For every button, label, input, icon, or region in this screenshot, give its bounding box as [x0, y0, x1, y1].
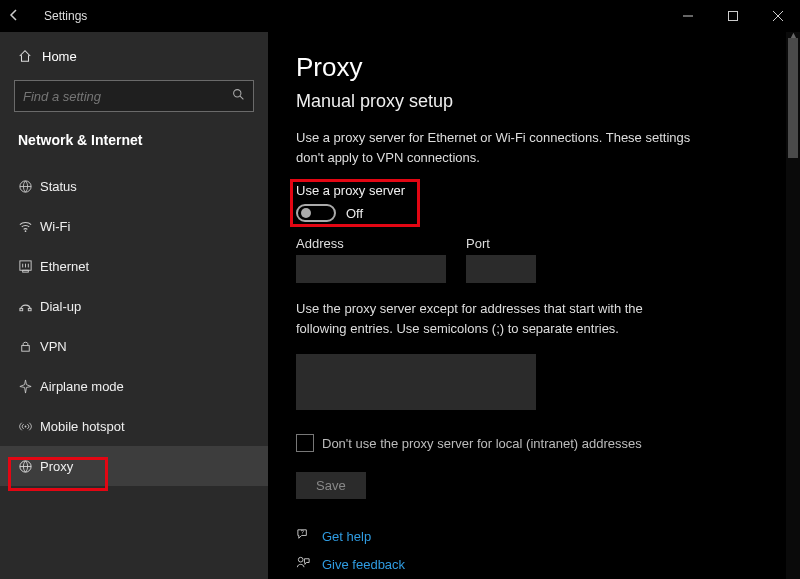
svg-point-4 [234, 90, 241, 97]
back-button[interactable] [0, 8, 28, 25]
svg-rect-13 [20, 308, 23, 310]
window-title: Settings [44, 9, 87, 23]
wifi-icon [18, 219, 40, 234]
svg-rect-15 [22, 345, 30, 351]
give-feedback-link[interactable]: Give feedback [322, 557, 405, 572]
sidebar-item-label: Dial-up [40, 299, 81, 314]
sidebar-home[interactable]: Home [0, 36, 268, 76]
annotation-toggle-highlight [290, 179, 420, 227]
sidebar-item-status[interactable]: Status [0, 166, 268, 206]
sidebar-item-wifi[interactable]: Wi-Fi [0, 206, 268, 246]
sidebar-item-label: Status [40, 179, 77, 194]
titlebar: Settings [0, 0, 800, 32]
maximize-button[interactable] [710, 0, 755, 32]
sidebar-section: Network & Internet [0, 122, 268, 166]
svg-point-16 [25, 425, 27, 427]
sidebar-item-hotspot[interactable]: Mobile hotspot [0, 406, 268, 446]
save-button[interactable]: Save [296, 472, 366, 499]
search-box[interactable] [14, 80, 254, 112]
exceptions-field[interactable] [296, 354, 536, 410]
sidebar-item-ethernet[interactable]: Ethernet [0, 246, 268, 286]
status-icon [18, 179, 40, 194]
port-field[interactable] [466, 255, 536, 283]
svg-rect-9 [23, 270, 29, 272]
local-checkbox-label: Don't use the proxy server for local (in… [322, 436, 642, 451]
svg-point-7 [25, 230, 27, 232]
help-icon: ? [296, 527, 312, 545]
home-icon [18, 49, 36, 63]
scrollbar[interactable]: ▲ [786, 32, 800, 579]
sidebar-item-label: Ethernet [40, 259, 89, 274]
sidebar-item-dialup[interactable]: Dial-up [0, 286, 268, 326]
hotspot-icon [18, 419, 40, 434]
minimize-button[interactable] [665, 0, 710, 32]
dialup-icon [18, 299, 40, 314]
feedback-icon [296, 555, 312, 573]
sidebar-home-label: Home [42, 49, 77, 64]
sidebar-item-label: Wi-Fi [40, 219, 70, 234]
content-pane: Proxy Manual proxy setup Use a proxy ser… [268, 32, 800, 579]
search-icon [232, 88, 245, 104]
ethernet-icon [18, 259, 40, 274]
svg-rect-1 [728, 12, 737, 21]
svg-point-19 [298, 557, 303, 562]
search-input[interactable] [23, 89, 232, 104]
exceptions-description: Use the proxy server except for addresse… [296, 299, 656, 338]
svg-rect-14 [28, 308, 31, 310]
svg-line-5 [240, 96, 243, 99]
local-checkbox[interactable] [296, 434, 314, 452]
scrollbar-thumb[interactable] [788, 38, 798, 158]
svg-text:?: ? [301, 529, 304, 535]
address-field[interactable] [296, 255, 446, 283]
get-help-link[interactable]: Get help [322, 529, 371, 544]
airplane-icon [18, 379, 40, 394]
sidebar-item-airplane[interactable]: Airplane mode [0, 366, 268, 406]
vpn-icon [18, 339, 40, 354]
close-button[interactable] [755, 0, 800, 32]
port-label: Port [466, 236, 536, 251]
section-title: Manual proxy setup [296, 91, 772, 112]
sidebar-item-vpn[interactable]: VPN [0, 326, 268, 366]
sidebar-item-label: VPN [40, 339, 67, 354]
sidebar: Home Network & Internet Status Wi-Fi Eth… [0, 32, 268, 579]
page-title: Proxy [296, 52, 772, 83]
sidebar-item-label: Airplane mode [40, 379, 124, 394]
address-label: Address [296, 236, 446, 251]
section-description: Use a proxy server for Ethernet or Wi-Fi… [296, 128, 696, 167]
annotation-proxy-highlight [8, 457, 108, 491]
sidebar-item-label: Mobile hotspot [40, 419, 125, 434]
